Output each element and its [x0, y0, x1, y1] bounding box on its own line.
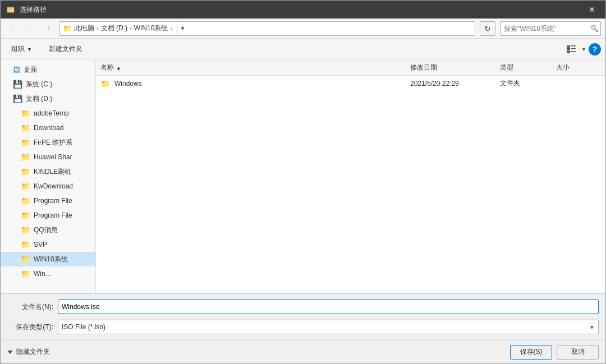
filetype-chevron-icon: ▼ [589, 324, 595, 330]
sidebar-item-kindle[interactable]: 📁 KINDLE刷机 [1, 164, 95, 179]
close-button[interactable]: ✕ [584, 4, 600, 15]
col-header-size[interactable]: 大小 [556, 63, 601, 72]
search-input[interactable] [504, 25, 588, 33]
address-dropdown-button[interactable]: ▼ [177, 21, 188, 36]
col-header-type[interactable]: 类型 [500, 63, 556, 72]
hidden-files-label: 隐藏文件夹 [16, 347, 50, 357]
sidebar-item-system-c[interactable]: 💾 系统 (C:) [1, 77, 95, 91]
sidebar-item-kwdownload[interactable]: 📁 KwDownload [1, 179, 95, 193]
col-header-name[interactable]: 名称 ▲ [100, 63, 410, 72]
address-part-2: 文档 (D:) [101, 24, 127, 33]
filetype-label: 保存类型(T): [7, 322, 58, 332]
filetype-value: ISO File (*.iso) [62, 323, 105, 331]
title-bar: 选择路径 ✕ [1, 1, 605, 19]
drive-c-icon: 💾 [13, 80, 22, 89]
toggle-arrow-icon [7, 349, 13, 355]
folder-win10-icon: 📁 [21, 255, 30, 264]
address-sep-2: › [130, 25, 132, 32]
sidebar-item-programfiles1-label: Program File [34, 197, 72, 205]
sidebar-item-docs-d-label: 文档 (D:) [26, 94, 52, 104]
sidebar-item-huawei[interactable]: 📁 Huawei Shar [1, 150, 95, 164]
file-name: Windows [114, 80, 142, 87]
folder-adobetemp-icon: 📁 [21, 109, 30, 118]
file-folder-icon: 📁 [100, 79, 110, 88]
new-folder-button[interactable]: 新建文件夹 [43, 42, 89, 57]
filetype-row: 保存类型(T): ISO File (*.iso) ▼ [7, 319, 599, 335]
sidebar-item-win10[interactable]: 📁 WIN10系统 [1, 252, 95, 266]
refresh-button[interactable]: ↻ [480, 21, 495, 36]
sort-arrow-icon: ▲ [116, 65, 121, 71]
sidebar-item-firpe[interactable]: 📁 FirPE 维护系 [1, 135, 95, 150]
svg-rect-2 [7, 7, 10, 9]
title-bar-left: 选择路径 [6, 5, 47, 15]
file-modified: 2021/5/20 22:29 [410, 80, 500, 87]
organize-button[interactable]: 组织 ▼ [5, 42, 38, 57]
organize-label: 组织 [11, 44, 25, 54]
svg-rect-3 [567, 45, 570, 48]
search-icon: 🔍 [590, 25, 599, 33]
sidebar: 🖼 桌面 💾 系统 (C:) 💾 文档 (D:) 📁 adobeTemp 📁 D… [1, 60, 96, 293]
folder-kwdownload-icon: 📁 [21, 182, 30, 191]
sidebar-item-programfiles2[interactable]: 📁 Program File [1, 208, 95, 223]
col-name-label: 名称 [100, 63, 114, 72]
hidden-files-toggle[interactable]: 隐藏文件夹 [7, 347, 50, 357]
sidebar-item-winsub-label: Win... [34, 270, 51, 278]
organize-chevron-icon: ▼ [27, 47, 32, 52]
sidebar-item-win10-label: WIN10系统 [34, 255, 68, 264]
view-toggle-button[interactable] [563, 42, 579, 57]
dialog-title: 选择路径 [20, 5, 47, 15]
address-part-3: WIN10系统 [134, 24, 168, 33]
help-button[interactable]: ? [589, 43, 601, 56]
svg-rect-7 [567, 51, 570, 53]
sidebar-item-desktop[interactable]: 🖼 桌面 [1, 62, 95, 77]
dialog-icon [6, 5, 15, 14]
filename-row: 文件名(N): [7, 298, 599, 315]
toolbar: 组织 ▼ 新建文件夹 ▼ ? [1, 39, 605, 60]
filename-input[interactable] [58, 300, 599, 314]
folder-download-icon: 📁 [21, 123, 30, 132]
col-size-label: 大小 [556, 63, 570, 72]
desktop-icon: 🖼 [13, 66, 20, 74]
folder-huawei-icon: 📁 [21, 153, 30, 162]
back-button[interactable]: ← [5, 21, 21, 36]
folder-qq-icon: 📁 [21, 225, 30, 234]
folder-kindle-icon: 📁 [21, 167, 30, 176]
sidebar-item-programfiles2-label: Program File [34, 211, 72, 219]
sidebar-item-firpe-label: FirPE 维护系 [34, 138, 72, 148]
filetype-select[interactable]: ISO File (*.iso) ▼ [58, 320, 599, 334]
file-name-cell: 📁 Windows [100, 79, 410, 88]
sidebar-item-huawei-label: Huawei Shar [34, 153, 72, 161]
filename-label: 文件名(N): [7, 302, 58, 312]
up-button[interactable]: ↑ [41, 21, 57, 36]
action-bar: 隐藏文件夹 保存(S) 取消 [1, 340, 605, 363]
svg-rect-8 [571, 51, 576, 52]
file-list: 📁 Windows 2021/5/20 22:29 文件夹 [96, 76, 605, 293]
col-header-modified[interactable]: 修改日期 [410, 63, 500, 72]
sidebar-item-docs-d[interactable]: 💾 文档 (D:) [1, 91, 95, 106]
address-bar[interactable]: 📁 此电脑 › 文档 (D:) › WIN10系统 › ▼ [59, 21, 475, 36]
new-folder-label: 新建文件夹 [49, 44, 82, 54]
folder-svp-icon: 📁 [21, 240, 30, 249]
sidebar-item-download[interactable]: 📁 Download [1, 121, 95, 135]
svg-rect-6 [571, 48, 576, 49]
sidebar-item-qq[interactable]: 📁 QQ消息 [1, 223, 95, 237]
file-type: 文件夹 [500, 79, 556, 88]
drive-d-icon: 💾 [13, 94, 22, 103]
sidebar-item-adobetemp[interactable]: 📁 adobeTemp [1, 106, 95, 121]
sidebar-item-win-sub[interactable]: 📁 Win... [1, 266, 95, 281]
content-area: 🖼 桌面 💾 系统 (C:) 💾 文档 (D:) 📁 adobeTemp 📁 D… [1, 60, 605, 293]
bottom-form: 文件名(N): 保存类型(T): ISO File (*.iso) ▼ [1, 293, 605, 340]
cancel-button[interactable]: 取消 [557, 345, 599, 360]
sidebar-item-system-c-label: 系统 (C:) [26, 80, 52, 89]
address-folder-icon: 📁 [63, 24, 72, 33]
address-sep-3: › [170, 25, 172, 32]
forward-button[interactable]: → [23, 21, 39, 36]
sidebar-item-svp[interactable]: 📁 SVP [1, 237, 95, 252]
sidebar-item-download-label: Download [34, 124, 63, 132]
folder-programfiles1-icon: 📁 [21, 196, 30, 205]
sidebar-item-programfiles1[interactable]: 📁 Program File [1, 193, 95, 208]
save-button[interactable]: 保存(S) [510, 345, 552, 360]
sidebar-item-svp-label: SVP [34, 241, 47, 248]
table-row[interactable]: 📁 Windows 2021/5/20 22:29 文件夹 [96, 76, 605, 91]
folder-programfiles2-icon: 📁 [21, 211, 30, 220]
